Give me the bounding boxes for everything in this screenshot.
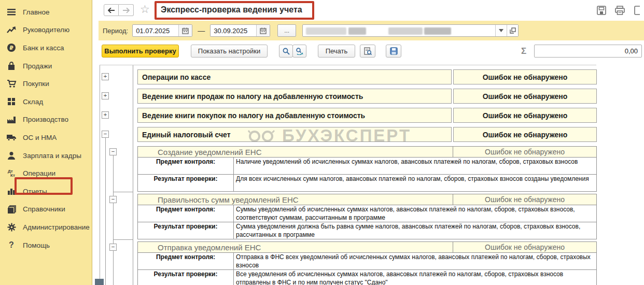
period-to-field bbox=[210, 24, 270, 37]
sidebar-item-label: Покупки bbox=[23, 80, 49, 88]
sidebar-item-label: Администрирование bbox=[23, 223, 90, 231]
calendar-icon[interactable] bbox=[178, 25, 192, 36]
warehouse-icon bbox=[0, 97, 23, 106]
sigma-symbol: Σ bbox=[521, 46, 526, 56]
table-row: Ведение книги покупок по налогу на добав… bbox=[137, 108, 597, 123]
sidebar-item-sklad[interactable]: Склад bbox=[0, 93, 92, 111]
sidebar-item-os-i-nma[interactable]: ОС и НМА bbox=[0, 129, 92, 147]
tree-branch-line bbox=[105, 138, 106, 285]
find-button[interactable] bbox=[279, 45, 293, 58]
report-table: + + + − − − − Операции по кассе Ошибок н… bbox=[100, 65, 596, 285]
result-text: Все уведомления об исчисленных суммах на… bbox=[233, 270, 596, 285]
sum-input[interactable] bbox=[535, 45, 641, 57]
table-row: Результат проверки: Сумма уведомления до… bbox=[137, 222, 597, 239]
subsection-block: Создание уведомлений ЕНС Ошибок не обнар… bbox=[137, 146, 597, 192]
sidebar-item-prodazhi[interactable]: Продажи bbox=[0, 57, 92, 75]
sidebar-item-label: Банк и касса bbox=[23, 44, 64, 52]
dtkt-icon: ДтКт bbox=[0, 169, 23, 178]
sidebar-item-spravochniki[interactable]: Справочники bbox=[0, 201, 92, 219]
subject-label: Предмет контроля: bbox=[138, 158, 233, 174]
sidebar-item-label: Отчеты bbox=[23, 188, 47, 195]
result-text: Для всех исчисленных сумм налогов, аванс… bbox=[233, 175, 596, 191]
barchart-icon bbox=[0, 188, 23, 195]
subsection-block: Отправка уведомлений ЕНС Ошибок не обнар… bbox=[137, 241, 597, 285]
subsection-block: Правильность сумм уведомлений ЕНС Ошибок… bbox=[137, 194, 597, 239]
table-row: Единый налоговый счет Ошибок не обнаруже… bbox=[137, 127, 597, 142]
organization-combo[interactable] bbox=[302, 24, 519, 37]
table-row: Операции по кассе Ошибок не обнаружено bbox=[137, 69, 597, 84]
books-icon bbox=[0, 205, 23, 213]
collapse-button-section-3[interactable]: − bbox=[102, 131, 109, 138]
sidebar-item-glavnoe[interactable]: Главное bbox=[0, 3, 92, 21]
show-settings-button[interactable]: Показать настройки bbox=[191, 45, 268, 58]
find-next-button[interactable] bbox=[292, 45, 306, 58]
tree-branch-line bbox=[113, 251, 114, 285]
period-to-input[interactable] bbox=[211, 25, 256, 36]
sidebar-item-label: Руководителю bbox=[23, 26, 69, 34]
preview-button[interactable] bbox=[360, 45, 375, 58]
more-window-icon[interactable] bbox=[634, 6, 640, 17]
sidebar-item-pokupki[interactable]: Покупки bbox=[0, 75, 92, 93]
period-band: Период: — ... bbox=[99, 21, 644, 40]
subsection-status: Ошибок не обнаружено bbox=[453, 147, 596, 157]
subsection-status: Ошибок не обнаружено bbox=[453, 242, 596, 252]
result-label: Результат проверки: bbox=[138, 175, 233, 191]
nav-buttons bbox=[104, 4, 134, 16]
tree-connector-line bbox=[113, 239, 133, 240]
period-from-input[interactable] bbox=[133, 25, 178, 36]
collapse-button-subsection-1[interactable]: − bbox=[109, 196, 117, 203]
sidebar-item-otchety[interactable]: Отчеты bbox=[0, 182, 92, 201]
cart-icon bbox=[0, 79, 23, 88]
save-report-button[interactable] bbox=[386, 45, 401, 58]
sum-field bbox=[534, 45, 642, 58]
sidebar-item-label: Зарплата и кадры bbox=[23, 152, 81, 160]
organization-value-redacted bbox=[303, 25, 495, 36]
print-window-icon[interactable] bbox=[615, 6, 625, 17]
sidebar-item-operacii[interactable]: ДтКт Операции bbox=[0, 164, 92, 182]
main-area: ☆ Экспресс-проверка ведения учета Период… bbox=[92, 0, 644, 285]
expand-button-section-0[interactable]: + bbox=[102, 73, 109, 80]
period-from-field bbox=[132, 24, 192, 37]
section-title: Единый налоговый счет bbox=[137, 127, 452, 142]
sidebar-item-pomosch[interactable]: ? Помощь bbox=[0, 236, 92, 254]
collapse-button-subsection-0[interactable]: − bbox=[109, 148, 117, 155]
result-label: Результат проверки: bbox=[138, 270, 233, 285]
period-more-button[interactable]: ... bbox=[277, 24, 296, 37]
sidebar-item-rukovoditelyu[interactable]: Руководителю bbox=[0, 21, 92, 39]
ruble-icon: ₽ bbox=[0, 43, 23, 52]
subsection-title: Создание уведомлений ЕНС bbox=[138, 147, 453, 157]
chevron-down-icon[interactable] bbox=[495, 25, 507, 36]
save-window-icon[interactable] bbox=[597, 6, 606, 17]
section-status: Ошибок не обнаружено bbox=[453, 69, 597, 84]
truck-icon bbox=[0, 134, 23, 141]
sidebar-item-proizvodstvo[interactable]: Производство bbox=[0, 111, 92, 129]
forward-button[interactable] bbox=[119, 4, 134, 16]
result-text: Сумма уведомления должна быть равна сумм… bbox=[233, 222, 596, 239]
sidebar-item-administrirovanie[interactable]: Администрирование bbox=[0, 218, 92, 236]
period-dash: — bbox=[198, 26, 205, 35]
table-row: Предмет контроля: Отправка в ФНС всех ув… bbox=[137, 253, 597, 270]
table-row: Предмет контроля: Наличие уведомлений об… bbox=[137, 158, 597, 175]
expand-button-section-2[interactable]: + bbox=[102, 111, 109, 119]
back-button[interactable] bbox=[104, 4, 119, 16]
section-title: Ведение книги покупок по налогу на добав… bbox=[137, 108, 452, 123]
run-check-button[interactable]: Выполнить проверку bbox=[102, 45, 179, 58]
open-form-icon[interactable] bbox=[507, 25, 518, 36]
table-row: Результат проверки: Для всех исчисленных… bbox=[137, 175, 597, 192]
calendar-icon[interactable] bbox=[256, 25, 270, 36]
sidebar-item-label: Справочники bbox=[23, 205, 65, 213]
print-button[interactable]: Печать bbox=[318, 45, 355, 58]
sidebar-item-label: Помощь bbox=[23, 241, 50, 249]
sidebar-item-zarplata[interactable]: Зарплата и кадры bbox=[0, 147, 92, 165]
favorite-star-icon[interactable]: ☆ bbox=[140, 3, 150, 16]
tree-connector-line bbox=[113, 192, 133, 192]
expand-button-section-1[interactable]: + bbox=[102, 92, 109, 99]
period-label: Период: bbox=[103, 27, 128, 35]
sidebar: Главное Руководителю ₽ Банк и касса Прод… bbox=[0, 0, 92, 285]
section-title: Ведение книги продаж по налогу на добавл… bbox=[137, 89, 452, 104]
section-status: Ошибок не обнаружено bbox=[453, 127, 597, 142]
gear-icon bbox=[0, 223, 23, 232]
collapse-button-subsection-2[interactable]: − bbox=[109, 244, 117, 251]
sidebar-item-bank-i-kassa[interactable]: ₽ Банк и касса bbox=[0, 39, 92, 57]
scrollbar-corner[interactable] bbox=[95, 279, 104, 285]
